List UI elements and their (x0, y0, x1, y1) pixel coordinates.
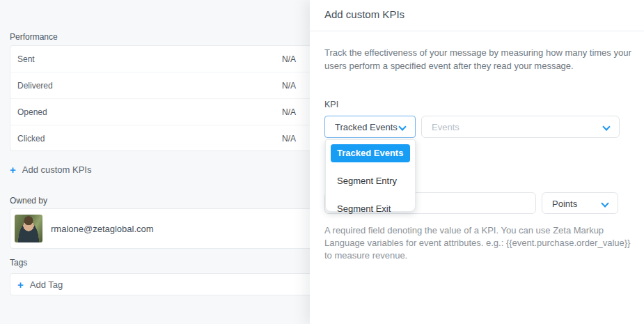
add-custom-kpis-drawer: Add custom KPIs Track the effectiveness … (310, 0, 644, 324)
kpi-type-select-value: Tracked Events (335, 122, 398, 132)
metric-label: Opened (17, 107, 47, 117)
add-custom-kpis-link[interactable]: + Add custom KPIs (10, 164, 91, 175)
unit-select[interactable]: Points (542, 192, 618, 214)
owned-by-label: Owned by (10, 196, 47, 206)
metric-value: N/A (282, 54, 296, 64)
kpi-value-help-text: A required field denoting the value of a… (324, 224, 631, 262)
chevron-down-icon (601, 199, 608, 207)
add-tag-link[interactable]: + Add Tag (17, 279, 63, 290)
events-select-placeholder: Events (432, 122, 460, 132)
events-select[interactable]: Events (421, 116, 620, 138)
menu-item-segment-entry[interactable]: Segment Entry (331, 172, 410, 190)
plus-icon: + (10, 164, 16, 175)
kpi-field-label: KPI (324, 100, 338, 109)
plus-icon: + (17, 279, 24, 290)
metric-label: Clicked (17, 134, 45, 144)
add-tag-label: Add Tag (30, 279, 63, 290)
tags-label: Tags (10, 258, 27, 268)
unit-select-value: Points (552, 199, 577, 209)
add-custom-kpis-label: Add custom KPIs (22, 164, 92, 175)
menu-item-segment-exit[interactable]: Segment Exit (331, 200, 410, 218)
owner-avatar (15, 215, 42, 242)
metric-label: Delivered (17, 81, 53, 91)
drawer-title: Add custom KPIs (324, 8, 405, 20)
metric-value: N/A (282, 81, 296, 91)
drawer-description: Track the effectiveness of your message … (324, 46, 644, 72)
chevron-down-icon (398, 123, 406, 130)
kpi-type-dropdown-menu: Tracked Events Segment Entry Segment Exi… (325, 139, 416, 212)
metric-value: N/A (282, 107, 296, 117)
menu-item-tracked-events[interactable]: Tracked Events (331, 144, 410, 162)
kpi-type-select[interactable]: Tracked Events (324, 116, 416, 138)
owner-email: rmalone@zetaglobal.com (51, 224, 154, 234)
metric-label: Sent (17, 54, 35, 64)
drawer-divider (310, 31, 644, 31)
metric-value: N/A (282, 134, 296, 144)
performance-section-label: Performance (10, 32, 58, 42)
chevron-down-icon (602, 123, 610, 130)
screen: Performance Sent N/A Delivered N/A Opene… (0, 0, 644, 324)
